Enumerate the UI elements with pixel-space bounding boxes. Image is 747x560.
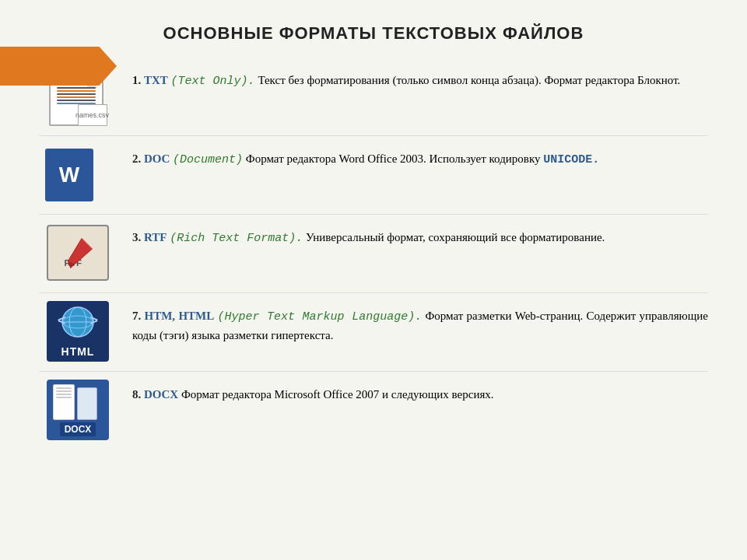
list-item: RTF 3. RTF (Rich Text Format). Универсал… (39, 216, 708, 291)
docx-file-icon: DOCX (43, 380, 113, 442)
item-number: 2. (132, 152, 141, 165)
list-item: W 2. DOC (Document) Формат редактора Wor… (39, 138, 708, 212)
right-arrow: > (89, 313, 98, 329)
doc-text: 2. DOC (Document) Формат редактора Word … (132, 144, 708, 170)
doc-icon-box: W (39, 144, 117, 206)
docx-text: 8. DOCX Формат редактора Microsoft Offic… (132, 380, 708, 404)
format-description: Формат редактора Word Office 2003. Испол… (246, 152, 543, 165)
txt-text: 1. TXT (Text Only). Текст без форматиров… (132, 65, 708, 91)
format-name: HTM, HTML (145, 310, 215, 322)
format-name: RTF (144, 231, 167, 243)
format-subtype: (Text Only). (171, 75, 255, 88)
html-text: 7. HTM, HTML (Hyper Text Markup Language… (132, 301, 708, 344)
docx-pages (53, 384, 97, 420)
html-icon-box: < > HTML (39, 301, 117, 363)
divider (39, 292, 708, 293)
html-text-label: HTML (61, 345, 95, 358)
docx-text-label: DOCX (60, 422, 96, 436)
globe-area: < > (59, 305, 96, 339)
left-arrow: < (58, 313, 66, 329)
html-file-icon: < > HTML (43, 301, 113, 363)
item-number: 8. (132, 388, 141, 401)
html-bg: < > HTML (47, 301, 109, 362)
format-subtype: (Rich Text Format). (170, 232, 303, 245)
item-number: 7. (132, 310, 141, 322)
content-area: names.csv 1. TXT (Text Only). Текст без … (39, 59, 708, 448)
item-number: 1. (132, 74, 141, 86)
rtf-text: 3. RTF (Rich Text Format). Универсальный… (132, 222, 708, 248)
format-description: Текст без форматирования (только символ … (258, 74, 680, 86)
unicode-label: UNICODE. (543, 153, 599, 166)
page-title: ОСНОВНЫЕ ФОРМАТЫ ТЕКСТОВЫХ ФАЙЛОВ (39, 23, 708, 44)
format-subtype: (Hyper Text Markup Language). (218, 310, 423, 324)
docx-page1 (53, 384, 75, 420)
decorative-arrow (0, 47, 117, 86)
list-item: names.csv 1. TXT (Text Only). Текст без … (39, 59, 708, 134)
format-name: TXT (144, 74, 168, 86)
item-number: 3. (132, 231, 141, 243)
format-name: DOCX (144, 388, 178, 401)
format-description: Универсальный формат, сохраняющий все фо… (306, 231, 605, 243)
rtf-icon-box: RTF (39, 222, 117, 285)
docx-bg: DOCX (47, 380, 109, 440)
doc-file-icon: W (43, 146, 113, 205)
divider (39, 214, 708, 215)
rtf-file-icon: RTF (43, 225, 113, 283)
format-description: Формат редактора Microsoft Office 2007 и… (181, 388, 494, 401)
pen-svg-icon: RTF (61, 235, 96, 270)
rtf-bg: RTF (47, 225, 109, 281)
page: ОСНОВНЫЕ ФОРМАТЫ ТЕКСТОВЫХ ФАЙЛОВ (0, 0, 747, 560)
divider (39, 371, 708, 372)
list-item: < > HTML 7. HTM, HTML (Hyper Text Markup… (39, 295, 708, 369)
docx-icon-box: DOCX (39, 380, 117, 442)
docx-page2 (77, 387, 97, 420)
word-logo: W (45, 149, 93, 201)
format-subtype: (Document) (173, 153, 243, 166)
format-name: DOC (144, 152, 170, 165)
divider (39, 135, 708, 136)
list-item: DOCX 8. DOCX Формат редактора Microsoft … (39, 373, 708, 448)
